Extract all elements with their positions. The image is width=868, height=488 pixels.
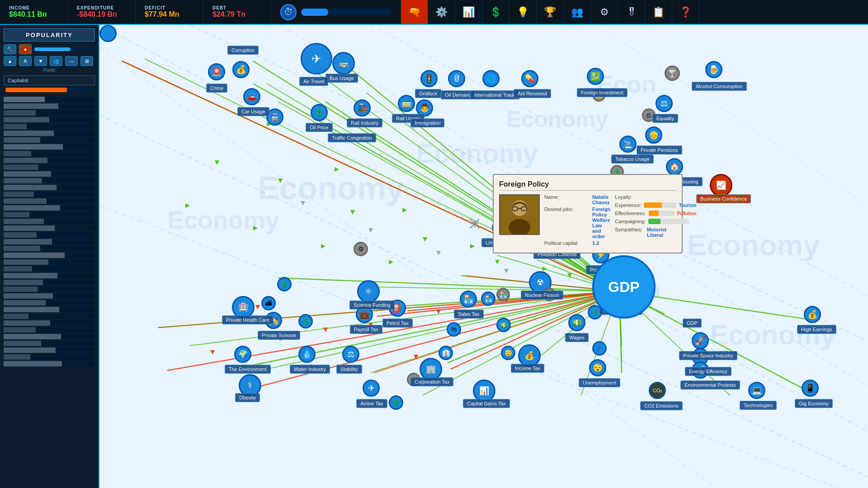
water-industry-node[interactable]: 💧	[298, 346, 316, 363]
capital-gains-node[interactable]: 📊	[473, 380, 495, 402]
small-node-4[interactable]: 🏪	[481, 291, 495, 306]
car-usage-node[interactable]: 🚗	[243, 88, 260, 105]
air-travel-node[interactable]: ✈	[301, 43, 332, 75]
traffic-node[interactable]	[99, 25, 117, 42]
small-gray-8[interactable]: 💲	[407, 373, 420, 386]
minus-icon[interactable]: —	[65, 56, 78, 66]
rail-usage-node[interactable]: 🚃	[398, 95, 415, 112]
pensions-label: Private Pensions	[637, 145, 682, 155]
rail-industry-node[interactable]: 🚂	[354, 99, 371, 117]
obesity-node[interactable]: ⚕	[239, 374, 261, 397]
small-gray-1[interactable]: 🍸	[665, 66, 680, 81]
svg-marker-63	[215, 160, 219, 165]
achievements-btn[interactable]: 🏆	[537, 0, 564, 24]
oil-price-node[interactable]: 💲	[311, 104, 328, 121]
small-node-1[interactable]: 💲	[277, 277, 292, 291]
hammer-icon: 🔨	[4, 44, 16, 54]
co2-node[interactable]: CO₂	[649, 382, 666, 399]
intl-trade-node[interactable]: 🌐	[482, 70, 500, 87]
rail-ind2-node[interactable]: 🚆	[266, 108, 283, 126]
gdp-node[interactable]: GDP	[592, 255, 656, 319]
private-housing-node[interactable]: 🏠	[666, 158, 683, 175]
corp-tax-node[interactable]: 🏢	[420, 358, 442, 380]
voters-btn[interactable]: 👥	[564, 0, 591, 24]
small-gray-3[interactable]: ⚖	[642, 108, 656, 122]
private-health-node[interactable]: 🏥	[232, 296, 255, 319]
airline-tax-node[interactable]: ✈	[363, 380, 380, 397]
main-slider[interactable]	[34, 47, 95, 51]
stability-node[interactable]: ⚖	[342, 346, 359, 363]
experience-key: Experience:	[615, 202, 641, 208]
environment-icon: 🌍	[238, 349, 248, 359]
slider-row-icons: ▲ A ▼ 👥 — ⊞	[4, 56, 95, 66]
small-icon-11: 💲	[591, 309, 599, 316]
svg-marker-79	[368, 228, 373, 233]
small-gray-2[interactable]: 💰	[592, 88, 606, 102]
small-node-10[interactable]: 💤	[592, 341, 607, 356]
environment-node[interactable]: 🌍	[234, 346, 251, 363]
wages-node[interactable]: 💵	[568, 314, 585, 331]
down-icon[interactable]: ▼	[34, 56, 47, 66]
private-space-node[interactable]: 🚀	[692, 332, 709, 349]
bus-usage-node[interactable]: 🚌	[332, 52, 355, 75]
high-earnings-node[interactable]: 💰	[804, 306, 821, 323]
business-conf-node[interactable]: 📈	[710, 174, 732, 197]
budget-btn[interactable]: 💲	[482, 0, 509, 24]
popup-info: Name: Natalie Chavez Desired jobs: Forei…	[544, 194, 610, 247]
gridlock-node[interactable]: 🚦	[420, 70, 438, 87]
corruption-node[interactable]: 💰	[232, 61, 250, 78]
small-node-7[interactable]: 👔	[439, 346, 453, 360]
small-node-5[interactable]: 💵	[496, 318, 511, 332]
small-gray-6[interactable]: ⚙	[354, 242, 368, 256]
desired-val: Foreign Policy Welfare Law and order	[592, 206, 610, 239]
people-icon[interactable]: 👥	[50, 56, 62, 66]
alcohol-node[interactable]: 🍺	[705, 61, 722, 78]
private-pensions-node[interactable]: 👴	[645, 127, 662, 144]
gig-icon: 📱	[805, 383, 815, 393]
up-icon[interactable]: ▲	[4, 56, 16, 66]
log-btn[interactable]: 📋	[645, 0, 672, 24]
env-protests-node[interactable]: 📢	[692, 361, 709, 379]
svg-line-46	[99, 25, 868, 432]
small-node-12[interactable]: 💲	[389, 395, 403, 410]
small-node-3[interactable]: 💲	[298, 314, 313, 328]
technologies-node[interactable]: 💻	[748, 382, 765, 399]
small-gray-9[interactable]: 🏪	[496, 288, 510, 301]
small-node-6[interactable]: %	[447, 322, 461, 337]
payroll-tax-node[interactable]: 💼	[356, 306, 373, 323]
pop-bar-capitalist	[4, 87, 95, 93]
pixels-label: Pixels	[4, 68, 95, 73]
rail-industry-icon: 🚂	[357, 103, 367, 113]
wages-label: Wages	[565, 333, 589, 342]
car-icon: 🚗	[247, 92, 257, 102]
petrol-tax-node[interactable]: ⛽	[389, 300, 406, 317]
help-btn[interactable]: ❓	[672, 0, 699, 24]
air-travel-label: Air Travel	[299, 77, 328, 86]
aid-received-node[interactable]: 💊	[521, 70, 538, 87]
a-icon[interactable]: A	[19, 56, 32, 66]
corruption-icon: 💰	[236, 65, 246, 75]
unemployment-node[interactable]: 😴	[589, 359, 606, 376]
stats-btn[interactable]: 📊	[455, 0, 482, 24]
income-tax-node[interactable]: 💰	[518, 344, 541, 367]
cabinet-btn[interactable]: ⚙️	[428, 0, 455, 24]
small-node-8[interactable]: 😴	[501, 346, 515, 360]
settings-btn[interactable]: ⚙	[591, 0, 618, 24]
capitalist-label[interactable]: Capitalist	[4, 75, 95, 85]
gig-economy-node[interactable]: 📱	[802, 380, 819, 397]
sales-tax-node[interactable]: 🏪	[460, 291, 477, 308]
medals-btn[interactable]: 🎖	[618, 0, 645, 24]
oil-demand-node[interactable]: 🛢	[448, 70, 465, 87]
private-schools-node[interactable]: 🏫	[265, 312, 282, 329]
small-node-2[interactable]: 🏙	[261, 296, 276, 310]
policy-btn[interactable]: 🔫	[401, 0, 428, 24]
small-gray-7[interactable]: 🏭	[542, 288, 556, 301]
grid-icon[interactable]: ⊞	[80, 56, 93, 66]
immigration-node[interactable]: 👨	[416, 99, 433, 117]
ideas-btn[interactable]: 💡	[509, 0, 537, 24]
tobacco-node[interactable]: 🚬	[619, 136, 637, 153]
equality-node[interactable]: ⚖	[656, 95, 673, 112]
crime-node[interactable]: 🚨	[208, 63, 225, 80]
science-node[interactable]: ⚛	[357, 280, 380, 303]
foreign-investment-node[interactable]: 💹	[587, 68, 604, 85]
